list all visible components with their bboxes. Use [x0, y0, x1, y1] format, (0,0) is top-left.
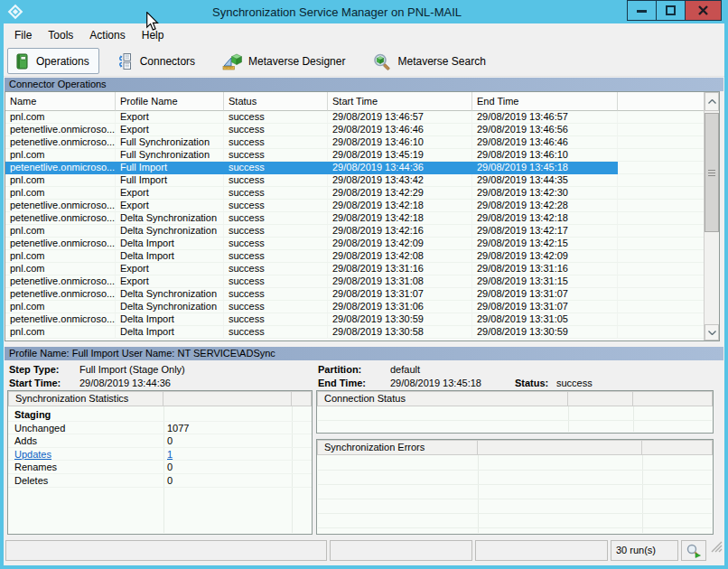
cell-profile: Export: [116, 275, 224, 288]
column-header-name[interactable]: Name: [5, 92, 116, 111]
connection-status-spacer: [568, 391, 633, 406]
stats-row: Renames0: [8, 461, 312, 474]
menu-bar: FileToolsActionsHelp: [4, 23, 724, 46]
table-row[interactable]: pnl.comDelta Importsuccess29/08/2019 13:…: [5, 250, 704, 263]
table-row[interactable]: petenetlive.onmicroso...Delta Importsucc…: [5, 238, 704, 250]
status-panel-1: [5, 540, 327, 561]
table-row[interactable]: petenetlive.onmicroso...Full Synchroniza…: [5, 136, 704, 149]
cell-filler: [618, 225, 704, 238]
minimize-button[interactable]: [627, 0, 657, 21]
column-header-filler: [618, 92, 704, 111]
cell-start: 29/08/2019 13:46:57: [328, 111, 472, 124]
grid-column-headers: NameProfile NameStatusStart TimeEnd Time: [5, 92, 704, 111]
cell-end: 29/08/2019 13:44:35: [472, 174, 618, 187]
cell-filler: [618, 111, 704, 124]
stats-row: Adds0: [8, 434, 312, 448]
cell-profile: Delta Import: [116, 313, 224, 326]
toolbar-button-metaverse-search[interactable]: Metaverse Search: [367, 48, 495, 74]
cell-start: 29/08/2019 13:42:29: [328, 187, 472, 200]
cell-profile: Export: [116, 111, 224, 124]
cell-filler: [618, 149, 704, 162]
menu-item-help[interactable]: Help: [135, 25, 173, 45]
table-row[interactable]: pnl.comDelta Synchronizationsuccess29/08…: [5, 225, 704, 238]
stats-label-updates[interactable]: Updates: [14, 448, 51, 462]
stats-label-unchanged: Unchanged: [14, 422, 65, 435]
sync-errors-spacer: [478, 440, 642, 455]
table-row[interactable]: petenetlive.onmicroso...Exportsuccess29/…: [5, 124, 704, 136]
cell-filler: [618, 200, 704, 212]
cell-end: 29/08/2019 13:42:30: [472, 187, 618, 200]
cell-filler: [618, 301, 704, 313]
cell-status: success: [224, 200, 328, 212]
stats-group-label: Staging: [14, 408, 51, 422]
toolbar-button-label: Metaverse Search: [397, 55, 485, 68]
table-row[interactable]: petenetlive.onmicroso...Delta Synchroniz…: [5, 212, 704, 225]
toolbar-button-label: Operations: [36, 55, 89, 68]
toolbar-button-connectors[interactable]: Connectors: [111, 48, 205, 74]
cell-profile: Export: [116, 263, 224, 275]
toolbar-button-metaverse-designer[interactable]: Metaverse Designer: [217, 48, 355, 74]
operations-icon: [13, 52, 31, 70]
title-bar[interactable]: Synchronization Service Manager on PNL-M…: [0, 0, 728, 23]
cell-profile: Export: [116, 187, 224, 200]
cell-filler: [618, 212, 704, 225]
table-row[interactable]: petenetlive.onmicroso...Exportsuccess29/…: [5, 200, 704, 212]
cell-profile: Export: [116, 200, 224, 212]
cell-end: 29/08/2019 13:31:07: [472, 301, 618, 313]
column-header-start-time[interactable]: Start Time: [328, 92, 472, 111]
table-row[interactable]: petenetlive.onmicroso...Delta Importsucc…: [5, 313, 704, 326]
scroll-down-button[interactable]: [705, 324, 719, 340]
vertical-scrollbar[interactable]: [704, 92, 719, 340]
stats-value-unchanged: 1077: [167, 422, 189, 435]
cell-filler: [618, 313, 704, 326]
table-row[interactable]: pnl.comExportsuccess29/08/2019 13:42:292…: [5, 187, 704, 200]
table-row[interactable]: petenetlive.onmicroso...Full Importsucce…: [5, 162, 704, 174]
table-row[interactable]: petenetlive.onmicroso...Delta Synchroniz…: [5, 288, 704, 301]
stats-header-spacer2: [292, 391, 312, 406]
table-row[interactable]: pnl.comExportsuccess29/08/2019 13:31:162…: [5, 263, 704, 275]
menu-item-actions[interactable]: Actions: [82, 25, 134, 45]
table-row[interactable]: pnl.comExportsuccess29/08/2019 13:46:572…: [5, 111, 704, 124]
table-row[interactable]: petenetlive.onmicroso...Exportsuccess29/…: [5, 275, 704, 288]
cell-end: 29/08/2019 13:42:18: [472, 212, 618, 225]
cell-start: 29/08/2019 13:31:08: [328, 275, 472, 288]
toolbar-button-operations[interactable]: Operations: [7, 48, 99, 74]
chevron-down-icon: [708, 331, 716, 335]
cell-start: 29/08/2019 13:44:36: [328, 162, 472, 174]
cell-name: petenetlive.onmicroso...: [5, 288, 116, 301]
column-header-end-time[interactable]: End Time: [472, 92, 618, 111]
cell-start: 29/08/2019 13:43:42: [328, 174, 472, 187]
column-header-status[interactable]: Status: [224, 92, 328, 111]
cell-name: petenetlive.onmicroso...: [5, 200, 116, 212]
cell-status: success: [224, 301, 328, 313]
scroll-up-button[interactable]: [705, 92, 719, 111]
minimize-icon: [637, 6, 647, 14]
synchronization-statistics-panel: Synchronization Statistics StagingUnchan…: [7, 390, 313, 535]
stats-value-updates[interactable]: 1: [167, 448, 173, 462]
close-button[interactable]: [685, 0, 722, 21]
table-row[interactable]: pnl.comFull Synchronizationsuccess29/08/…: [5, 149, 704, 162]
maximize-button[interactable]: [656, 0, 686, 21]
metaverse-search-icon: [372, 52, 392, 70]
resize-grip[interactable]: [710, 540, 723, 556]
cell-name: pnl.com: [5, 111, 116, 124]
table-row[interactable]: pnl.comDelta Importsuccess29/08/2019 13:…: [5, 326, 704, 339]
cell-profile: Full Synchronization: [116, 149, 224, 162]
table-row[interactable]: pnl.comDelta Synchronizationsuccess29/08…: [5, 301, 704, 313]
column-header-profile-name[interactable]: Profile Name: [116, 92, 224, 111]
stats-row: Unchanged1077: [8, 422, 312, 435]
run-viewer-button[interactable]: [681, 540, 706, 561]
cell-name: pnl.com: [5, 225, 116, 238]
menu-item-tools[interactable]: Tools: [41, 25, 82, 45]
cell-filler: [618, 162, 704, 174]
scrollbar-thumb[interactable]: [705, 113, 719, 232]
cell-filler: [618, 288, 704, 301]
cell-end: 29/08/2019 13:31:07: [472, 288, 618, 301]
close-icon: [698, 5, 708, 15]
table-row[interactable]: pnl.comFull Importsuccess29/08/2019 13:4…: [5, 174, 704, 187]
cell-name: petenetlive.onmicroso...: [5, 238, 116, 250]
cell-filler: [618, 124, 704, 136]
menu-item-file[interactable]: File: [7, 25, 41, 45]
app-window: Synchronization Service Manager on PNL-M…: [0, 0, 728, 569]
cell-status: success: [224, 326, 328, 339]
